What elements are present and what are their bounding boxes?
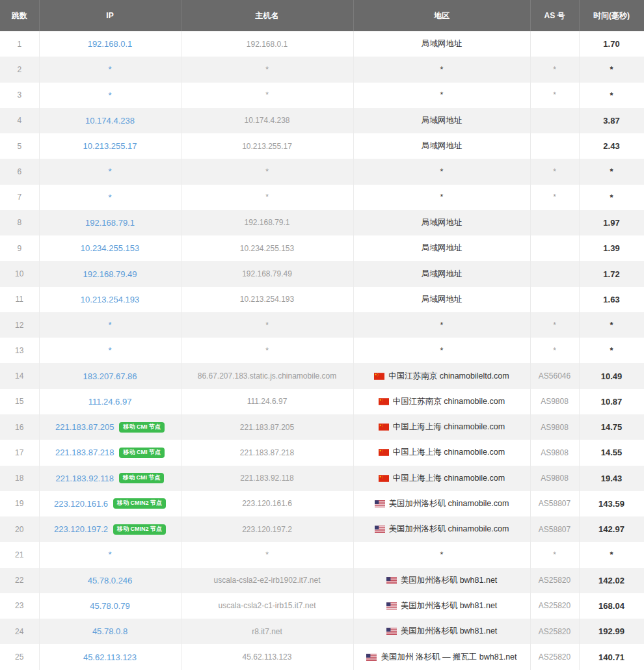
flag-cn-icon xyxy=(379,423,389,431)
hop-cell: 11 xyxy=(0,287,39,312)
table-row: 3***** xyxy=(0,83,644,108)
hostname-cell: 192.168.79.1 xyxy=(181,210,353,235)
time-cell: 1.72 xyxy=(579,261,644,286)
ip-link[interactable]: 192.168.79.49 xyxy=(83,269,137,279)
ip-link[interactable]: 45.62.113.123 xyxy=(83,652,137,662)
table-row: 1192.168.0.1192.168.0.1局域网地址1.70 xyxy=(0,31,644,57)
region-text: 中国上海上海 chinamobile.com xyxy=(393,422,505,433)
ip-cell: * xyxy=(39,57,181,82)
hostname-text: 10.234.255.153 xyxy=(240,244,294,253)
ip-link[interactable]: 221.183.87.205 xyxy=(55,422,114,432)
region-cell: 中国上海上海 chinamobile.com xyxy=(353,414,530,440)
time-cell: 2.43 xyxy=(579,133,644,159)
ip-link[interactable]: 45.78.0.79 xyxy=(90,601,129,611)
asn-text: AS9808 xyxy=(541,474,569,483)
ip-link[interactable]: 10.234.255.153 xyxy=(81,243,139,253)
time-text: * xyxy=(610,550,613,559)
hop-cell: 24 xyxy=(0,619,39,644)
asn-text: * xyxy=(553,321,556,330)
ip-cell: 183.207.67.86 xyxy=(39,363,181,388)
time-text: 143.59 xyxy=(598,499,624,509)
hostname-text: 192.168.0.1 xyxy=(247,40,288,49)
ip-cell: 192.168.79.49 xyxy=(39,261,181,286)
ip-link[interactable]: 45.78.0.8 xyxy=(92,626,127,636)
hop-number: 22 xyxy=(15,576,23,585)
hostname-text: * xyxy=(265,346,269,355)
ip-link[interactable]: 221.183.87.218 xyxy=(55,448,114,457)
time-text: * xyxy=(610,193,613,202)
region-cell: * xyxy=(353,312,530,338)
column-header-host: 主机名 xyxy=(181,0,353,31)
ip-link[interactable]: 45.78.0.246 xyxy=(88,576,133,585)
node-badge: 移动 CMI 节点 xyxy=(119,422,165,433)
table-row: 2345.78.0.79uscala-csla2-c1-irb15.it7.ne… xyxy=(0,593,644,619)
asn-cell xyxy=(530,261,579,286)
hop-cell: 5 xyxy=(0,133,39,159)
hop-number: 2 xyxy=(17,65,21,74)
hop-number: 13 xyxy=(15,346,23,355)
hostname-text: * xyxy=(265,321,269,330)
time-cell: * xyxy=(579,312,644,338)
region-cell: 局域网地址 xyxy=(353,210,530,235)
region-cell: 中国江苏南京 chinamobileltd.com xyxy=(353,363,530,388)
region-text: 中国上海上海 chinamobile.com xyxy=(393,473,505,484)
table-row: 13***** xyxy=(0,338,644,363)
hostname-text: 221.183.87.205 xyxy=(240,423,294,432)
ip-link[interactable]: 10.213.255.17 xyxy=(83,141,137,151)
column-header-asn: AS 号 xyxy=(530,0,579,31)
time-text: 14.55 xyxy=(601,448,623,457)
hop-number: 9 xyxy=(17,244,21,253)
hop-cell: 6 xyxy=(0,159,39,184)
ip-cell: 223.120.197.2移动 CMIN2 节点 xyxy=(39,516,181,542)
time-cell: 10.49 xyxy=(579,363,644,388)
asn-cell xyxy=(530,210,579,235)
ip-link[interactable]: 221.183.92.118 xyxy=(56,474,114,483)
time-text: 142.97 xyxy=(598,524,624,534)
hop-cell: 16 xyxy=(0,414,39,440)
ip-cell: 10.213.254.193 xyxy=(39,287,181,312)
asn-cell: * xyxy=(530,312,579,338)
flag-us-icon xyxy=(386,628,397,635)
ip-cell: * xyxy=(39,83,181,108)
ip-link: * xyxy=(108,167,111,176)
ip-link: * xyxy=(108,550,111,559)
ip-link[interactable]: 192.168.79.1 xyxy=(85,218,135,228)
asn-cell xyxy=(530,31,579,57)
region-text: 美国加州洛杉矶 bwh81.net xyxy=(401,575,498,586)
asn-cell: AS9808 xyxy=(530,389,579,414)
ip-link[interactable]: 223.120.197.2 xyxy=(54,524,108,534)
ip-link[interactable]: 223.120.161.6 xyxy=(54,499,108,509)
hostname-text: 221.183.92.118 xyxy=(240,474,294,483)
asn-cell: * xyxy=(530,185,579,210)
asn-cell: AS25820 xyxy=(530,568,579,593)
ip-link[interactable]: 10.174.4.238 xyxy=(85,116,135,126)
region-text: 美国加州洛杉矶 chinamobile.com xyxy=(389,524,509,535)
hop-cell: 21 xyxy=(0,542,39,567)
hostname-cell: 10.174.4.238 xyxy=(181,108,353,133)
asn-cell: * xyxy=(530,338,579,363)
asn-text: * xyxy=(553,167,556,176)
hostname-cell: * xyxy=(181,83,353,108)
table-row: 910.234.255.15310.234.255.153局域网地址1.39 xyxy=(0,235,644,261)
region-text: * xyxy=(440,321,444,330)
region-cell: 美国加州洛杉矶 chinamobile.com xyxy=(353,491,530,516)
table-row: 410.174.4.23810.174.4.238局域网地址3.87 xyxy=(0,108,644,133)
ip-link[interactable]: 183.207.67.86 xyxy=(83,371,137,381)
hop-number: 7 xyxy=(17,193,21,202)
asn-cell: * xyxy=(530,542,579,567)
asn-cell: AS25820 xyxy=(530,593,579,619)
time-text: * xyxy=(610,90,613,100)
ip-link[interactable]: 10.213.254.193 xyxy=(81,295,139,304)
node-badge: 移动 CMI 节点 xyxy=(119,448,165,458)
region-cell: 美国加州 洛杉矶 — 搬瓦工 bwh81.net xyxy=(353,644,530,669)
ip-link[interactable]: 111.24.6.97 xyxy=(88,397,132,407)
hop-number: 15 xyxy=(15,397,23,406)
asn-cell xyxy=(530,287,579,312)
ip-link[interactable]: 192.168.0.1 xyxy=(88,39,133,49)
hop-number: 6 xyxy=(17,167,21,176)
time-text: 1.63 xyxy=(603,295,619,304)
hostname-text: 10.174.4.238 xyxy=(244,116,289,125)
region-cell: * xyxy=(353,542,530,567)
ip-cell: * xyxy=(39,338,181,363)
region-text: 中国江苏南京 chinamobile.com xyxy=(393,396,505,407)
